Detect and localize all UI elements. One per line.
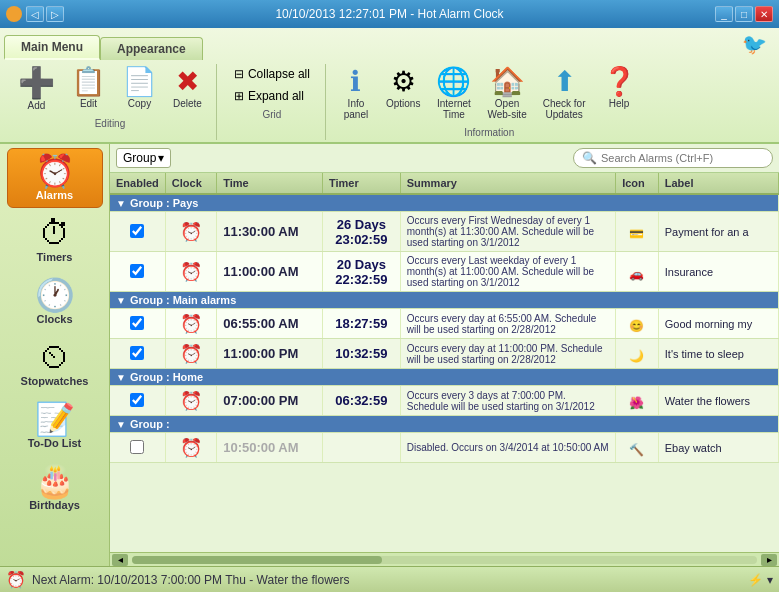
header-label: Label [658, 173, 778, 194]
ribbon-tabs: Main Menu Appearance 🐦 [0, 28, 779, 60]
internet-time-button[interactable]: 🌐 InternetTime [430, 64, 477, 124]
time-cell: 10:50:00 AM [217, 433, 323, 463]
enabled-checkbox[interactable] [130, 440, 144, 454]
table-row[interactable]: ⏰11:30:00 AM26 Days 23:02:59Occurs every… [110, 212, 779, 252]
group-collapse-icon[interactable]: ▼ [116, 295, 126, 306]
copy-icon: 📄 [122, 68, 157, 96]
alarms-table: Enabled Clock Time Timer Summary Icon La… [110, 173, 779, 463]
enabled-checkbox[interactable] [130, 224, 144, 238]
information-group-label: Information [464, 127, 514, 138]
label-cell: Insurance [658, 252, 778, 292]
group-row: ▼Group : Home [110, 369, 779, 386]
enabled-cell [110, 339, 165, 369]
scroll-left-btn[interactable]: ◂ [112, 554, 128, 566]
alarm-icon: 😊 [629, 319, 644, 333]
timer-cell: 18:27:59 [322, 309, 400, 339]
table-row[interactable]: ⏰11:00:00 AM20 Days 22:32:59Occurs every… [110, 252, 779, 292]
maximize-btn[interactable]: □ [735, 6, 753, 22]
sidebar-item-timers[interactable]: ⏱ Timers [7, 210, 103, 270]
options-button[interactable]: ⚙ Options [380, 64, 426, 113]
sidebar-item-stopwatches[interactable]: ⏲ Stopwatches [7, 334, 103, 394]
group-collapse-icon[interactable]: ▼ [116, 198, 126, 209]
time-cell: 11:30:00 AM [217, 212, 323, 252]
chevron-down-icon[interactable]: ▾ [767, 573, 773, 587]
minimize-btn[interactable]: _ [715, 6, 733, 22]
scrollbar-thumb[interactable] [132, 556, 382, 564]
alarm-table[interactable]: Enabled Clock Time Timer Summary Icon La… [110, 173, 779, 552]
clocks-icon: 🕐 [35, 279, 75, 311]
info-panel-button[interactable]: ℹ Infopanel [336, 64, 376, 124]
expand-all-button[interactable]: ⊞ Expand all [227, 86, 317, 106]
search-box[interactable]: 🔍 [573, 148, 773, 168]
tab-main-menu[interactable]: Main Menu [4, 35, 100, 60]
time-cell: 11:00:00 PM [217, 339, 323, 369]
alarms-icon: ⏰ [35, 155, 75, 187]
clock-icon: ⏰ [180, 391, 202, 411]
sidebar-item-clocks[interactable]: 🕐 Clocks [7, 272, 103, 332]
horizontal-scrollbar[interactable]: ◂ ▸ [110, 552, 779, 566]
timer-cell: 20 Days 22:32:59 [322, 252, 400, 292]
enabled-checkbox[interactable] [130, 393, 144, 407]
enabled-cell [110, 212, 165, 252]
label-cell: Ebay watch [658, 433, 778, 463]
clock-icon: ⏰ [180, 262, 202, 282]
collapse-icon: ⊟ [234, 67, 244, 81]
search-input[interactable] [601, 152, 764, 164]
header-timer: Timer [322, 173, 400, 194]
group-collapse-icon[interactable]: ▼ [116, 372, 126, 383]
bird-decoration: 🐦 [734, 28, 775, 60]
icon-cell: 💳 [616, 212, 659, 252]
help-button[interactable]: ❓ Help [596, 64, 643, 113]
summary-cell: Occurs every day at 6:55:00 AM. Schedule… [400, 309, 615, 339]
clock-icon: ⏰ [180, 314, 202, 334]
enabled-checkbox[interactable] [130, 316, 144, 330]
sidebar-item-alarms[interactable]: ⏰ Alarms [7, 148, 103, 208]
title-bar-left: ◁ ▷ [6, 6, 64, 22]
main-area: ⏰ Alarms ⏱ Timers 🕐 Clocks ⏲ Stopwatches… [0, 144, 779, 566]
app-icon [6, 6, 22, 22]
header-summary: Summary [400, 173, 615, 194]
table-row[interactable]: ⏰06:55:00 AM18:27:59Occurs every day at … [110, 309, 779, 339]
table-row[interactable]: ⏰11:00:00 PM10:32:59Occurs every day at … [110, 339, 779, 369]
icon-cell: 🔨 [616, 433, 659, 463]
summary-cell: Disabled. Occurs on 3/4/2014 at 10:50:00… [400, 433, 615, 463]
timer-cell: 26 Days 23:02:59 [322, 212, 400, 252]
check-updates-icon: ⬆ [553, 68, 576, 96]
add-button[interactable]: ➕ Add [12, 64, 61, 115]
copy-button[interactable]: 📄 Copy [116, 64, 163, 113]
edit-button[interactable]: 📋 Edit [65, 64, 112, 113]
delete-icon: ✖ [176, 68, 199, 96]
group-row: ▼Group : Pays [110, 194, 779, 212]
close-btn[interactable]: ✕ [755, 6, 773, 22]
tab-appearance[interactable]: Appearance [100, 37, 203, 60]
enabled-checkbox[interactable] [130, 346, 144, 360]
ribbon-group-grid: ⊟ Collapse all ⊞ Expand all Grid [219, 64, 326, 140]
status-bar: ⏰ Next Alarm: 10/10/2013 7:00:00 PM Thu … [0, 566, 779, 592]
delete-button[interactable]: ✖ Delete [167, 64, 208, 113]
collapse-all-button[interactable]: ⊟ Collapse all [227, 64, 317, 84]
lightning-icon: ⚡ [748, 573, 763, 587]
sidebar-item-todolist[interactable]: 📝 To-Do List [7, 396, 103, 456]
scrollbar-track[interactable] [132, 556, 757, 564]
sidebar-item-birthdays[interactable]: 🎂 Birthdays [7, 458, 103, 518]
back-btn[interactable]: ◁ [26, 6, 44, 22]
check-updates-button[interactable]: ⬆ Check forUpdates [537, 64, 592, 124]
expand-icon: ⊞ [234, 89, 244, 103]
internet-time-icon: 🌐 [436, 68, 471, 96]
scroll-right-btn[interactable]: ▸ [761, 554, 777, 566]
info-buttons: ℹ Infopanel ⚙ Options 🌐 InternetTime 🏠 O… [336, 64, 643, 124]
group-select[interactable]: Group ▾ [116, 148, 171, 168]
table-row[interactable]: ⏰07:00:00 PM06:32:59Occurs every 3 days … [110, 386, 779, 416]
open-website-button[interactable]: 🏠 OpenWeb-site [481, 64, 532, 124]
timer-cell [322, 433, 400, 463]
fwd-btn[interactable]: ▷ [46, 6, 64, 22]
clock-cell: ⏰ [165, 212, 216, 252]
group-collapse-icon[interactable]: ▼ [116, 419, 126, 430]
grid-buttons: ⊟ Collapse all ⊞ Expand all [227, 64, 317, 106]
clock-icon: ⏰ [180, 222, 202, 242]
time-cell: 06:55:00 AM [217, 309, 323, 339]
enabled-checkbox[interactable] [130, 264, 144, 278]
options-icon: ⚙ [391, 68, 416, 96]
table-row[interactable]: ⏰10:50:00 AMDisabled. Occurs on 3/4/2014… [110, 433, 779, 463]
enabled-cell [110, 252, 165, 292]
